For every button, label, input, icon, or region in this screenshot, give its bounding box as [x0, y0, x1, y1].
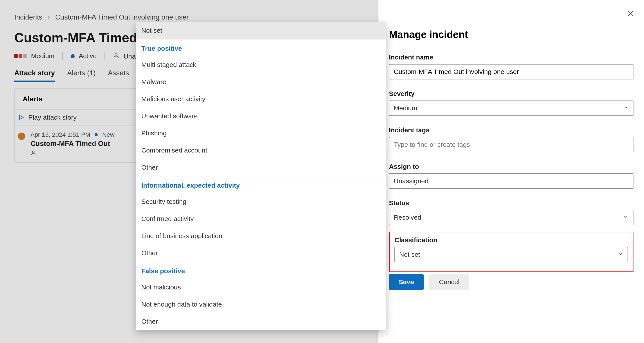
incident-name-input[interactable] — [389, 64, 634, 80]
classification-select[interactable]: Not set — [394, 247, 628, 262]
option-malware[interactable]: Malware — [136, 73, 386, 90]
severity-value: Medium — [394, 104, 417, 112]
chevron-down-icon — [618, 251, 623, 258]
group-false-positive: False positive — [136, 262, 386, 279]
group-informational: Informational, expected activity — [136, 176, 386, 193]
option-phishing[interactable]: Phishing — [136, 125, 386, 142]
option-not-set[interactable]: Not set — [136, 22, 386, 39]
option-unwanted-software[interactable]: Unwanted software — [136, 108, 386, 125]
classification-label: Classification — [394, 236, 628, 244]
option-security-testing[interactable]: Security testing — [136, 193, 386, 210]
classification-value: Not set — [399, 251, 420, 258]
option-multi-staged-attack[interactable]: Multi staged attack — [136, 56, 386, 73]
status-select[interactable]: Resolved — [389, 210, 634, 225]
tags-field[interactable] — [394, 141, 629, 148]
assign-label: Assign to — [389, 163, 634, 170]
panel-title: Manage incident — [389, 28, 634, 40]
option-true-positive-other[interactable]: Other — [136, 159, 386, 176]
severity-select[interactable]: Medium — [389, 100, 634, 116]
tags-label: Incident tags — [389, 126, 634, 134]
assign-value: Unassigned — [394, 177, 428, 185]
classification-dropdown: Not set True positive Multi staged attac… — [136, 22, 386, 330]
incident-name-label: Incident name — [389, 54, 634, 61]
cancel-button[interactable]: Cancel — [429, 274, 469, 290]
save-button[interactable]: Save — [389, 274, 424, 290]
status-label: Status — [389, 199, 634, 207]
classification-highlight: Classification Not set — [389, 232, 634, 272]
status-value: Resolved — [394, 214, 421, 221]
chevron-down-icon — [623, 104, 629, 112]
option-compromised-account[interactable]: Compromised account — [136, 142, 386, 159]
close-icon[interactable] — [626, 10, 634, 18]
manage-incident-panel: Manage incident Incident name Severity M… — [378, 0, 644, 343]
option-malicious-user-activity[interactable]: Malicious user activity — [136, 90, 386, 108]
tags-input[interactable] — [389, 137, 634, 152]
severity-label: Severity — [389, 90, 634, 98]
group-true-positive: True positive — [136, 39, 386, 56]
option-false-positive-other[interactable]: Other — [136, 313, 386, 330]
option-confirmed-activity[interactable]: Confirmed activity — [136, 210, 386, 227]
assign-select[interactable]: Unassigned — [389, 173, 634, 189]
option-not-enough-data[interactable]: Not enough data to validate — [136, 296, 386, 313]
option-not-malicious[interactable]: Not malicious — [136, 279, 386, 296]
option-lob-application[interactable]: Line of business application — [136, 227, 386, 244]
chevron-down-icon — [623, 214, 629, 221]
incident-name-field[interactable] — [394, 68, 629, 76]
option-informational-other[interactable]: Other — [136, 244, 386, 262]
